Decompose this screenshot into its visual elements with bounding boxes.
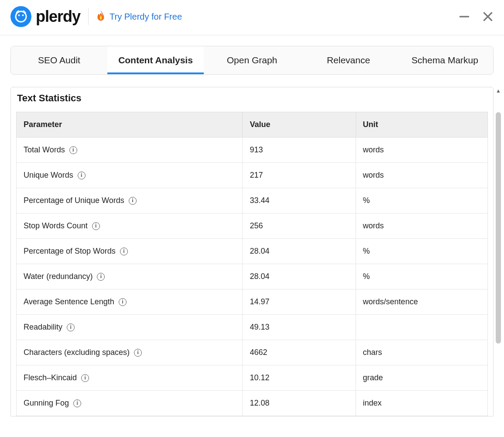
cell-value: 49.13 (243, 315, 356, 340)
parameter-label: Stop Words Count (24, 221, 88, 231)
tab-label: Schema Markup (411, 55, 478, 65)
cell-parameter: Readabilityi (17, 315, 243, 340)
info-icon[interactable]: i (129, 197, 137, 205)
parameter-label: Percentage of Unique Words (24, 196, 124, 205)
table-row: Unique Wordsi217words (17, 163, 488, 188)
table-row: Percentage of Stop Wordsi28.04% (17, 239, 488, 264)
cell-unit: chars (356, 340, 487, 365)
cell-parameter: Total Wordsi (17, 138, 243, 163)
tab-seo-audit[interactable]: SEO Audit (11, 46, 107, 74)
table-wrap: Parameter Value Unit Total Wordsi913word… (11, 112, 493, 416)
try-plerdy-label: Try Plerdy for Free (110, 12, 182, 22)
header-left: plerdy Try Plerdy for Free (10, 6, 182, 27)
cell-parameter: Percentage of Stop Wordsi (17, 239, 243, 264)
minimize-button[interactable] (459, 11, 470, 22)
col-header-unit: Unit (356, 112, 487, 138)
svg-point-1 (18, 14, 20, 16)
info-icon[interactable]: i (119, 298, 127, 306)
parameter-label: Percentage of Stop Words (24, 247, 116, 256)
table-row: Characters (excluding spaces)i4662chars (17, 340, 488, 365)
brand-name: plerdy (36, 7, 80, 26)
info-icon[interactable]: i (134, 349, 142, 357)
info-icon[interactable]: i (73, 399, 81, 407)
table-row: Percentage of Unique Wordsi33.44% (17, 188, 488, 213)
cell-parameter: Percentage of Unique Wordsi (17, 188, 243, 213)
logo[interactable]: plerdy (10, 6, 80, 27)
col-header-value: Value (243, 112, 356, 138)
tab-open-graph[interactable]: Open Graph (204, 46, 300, 74)
cell-unit: words (356, 138, 487, 163)
info-icon[interactable]: i (120, 248, 128, 255)
parameter-label: Gunning Fog (24, 399, 69, 408)
tab-label: SEO Audit (38, 55, 80, 65)
tab-relevance[interactable]: Relevance (300, 46, 397, 74)
cell-value: 4662 (243, 340, 356, 365)
flame-icon (96, 10, 105, 23)
panel-title: Text Statistics (11, 87, 493, 112)
cell-unit: words/sentence (356, 289, 487, 315)
svg-point-2 (22, 14, 24, 16)
try-plerdy-link[interactable]: Try Plerdy for Free (96, 10, 182, 23)
cell-parameter: Water (redundancy)i (17, 264, 243, 289)
cell-parameter: Unique Wordsi (17, 163, 243, 188)
cell-value: 28.04 (243, 264, 356, 289)
cell-unit: words (356, 213, 487, 239)
header: plerdy Try Plerdy for Free (0, 0, 504, 35)
close-button[interactable] (482, 11, 494, 22)
table-row: Stop Words Counti256words (17, 213, 488, 239)
divider (88, 8, 89, 25)
parameter-label: Unique Words (24, 171, 73, 180)
col-header-parameter: Parameter (17, 112, 243, 138)
cell-unit: % (356, 188, 487, 213)
info-icon[interactable]: i (67, 323, 75, 331)
plerdy-logo-icon (10, 6, 31, 27)
table-row: Average Sentence Lengthi14.97words/sente… (17, 289, 488, 315)
info-icon[interactable]: i (69, 146, 77, 154)
tab-label: Relevance (327, 55, 370, 65)
cell-value: 28.04 (243, 239, 356, 264)
info-icon[interactable]: i (97, 273, 105, 281)
tabs: SEO AuditContent AnalysisOpen GraphRelev… (10, 46, 494, 75)
scrollbar[interactable]: ▲ (494, 88, 502, 420)
cell-value: 14.97 (243, 289, 356, 315)
tabs-container: SEO AuditContent AnalysisOpen GraphRelev… (0, 35, 504, 75)
svg-point-0 (16, 11, 26, 22)
tab-label: Content Analysis (118, 55, 193, 65)
cell-unit: % (356, 264, 487, 289)
cell-unit: grade (356, 365, 487, 391)
table-row: Flesch–Kincaidi10.12grade (17, 365, 488, 391)
tab-content-analysis[interactable]: Content Analysis (107, 46, 204, 74)
parameter-label: Flesch–Kincaid (24, 373, 77, 382)
parameter-label: Total Words (24, 145, 65, 155)
tab-schema-markup[interactable]: Schema Markup (397, 46, 493, 74)
cell-unit: index (356, 391, 487, 416)
cell-value: 33.44 (243, 188, 356, 213)
parameter-label: Average Sentence Length (24, 297, 114, 306)
cell-unit: % (356, 239, 487, 264)
table-row: Water (redundancy)i28.04% (17, 264, 488, 289)
statistics-table: Parameter Value Unit Total Wordsi913word… (16, 112, 488, 416)
tab-label: Open Graph (227, 55, 278, 65)
cell-value: 12.08 (243, 391, 356, 416)
cell-parameter: Stop Words Counti (17, 213, 243, 239)
info-icon[interactable]: i (92, 222, 100, 230)
cell-unit (356, 315, 487, 340)
cell-value: 256 (243, 213, 356, 239)
scroll-thumb[interactable] (496, 112, 501, 344)
table-row: Readabilityi49.13 (17, 315, 488, 340)
cell-parameter: Average Sentence Lengthi (17, 289, 243, 315)
parameter-label: Characters (excluding spaces) (24, 348, 130, 357)
info-icon[interactable]: i (78, 172, 86, 179)
window-controls (459, 11, 494, 22)
cell-parameter: Flesch–Kincaidi (17, 365, 243, 391)
cell-parameter: Characters (excluding spaces)i (17, 340, 243, 365)
cell-value: 913 (243, 138, 356, 163)
content-area: Text Statistics Parameter Value Unit Tot… (0, 75, 504, 416)
parameter-label: Readability (24, 323, 62, 332)
cell-value: 10.12 (243, 365, 356, 391)
table-row: Total Wordsi913words (17, 138, 488, 163)
info-icon[interactable]: i (81, 374, 89, 382)
scroll-up-arrow-icon[interactable]: ▲ (494, 88, 502, 94)
table-row: Gunning Fogi12.08index (17, 391, 488, 416)
text-statistics-panel: Text Statistics Parameter Value Unit Tot… (10, 87, 494, 416)
